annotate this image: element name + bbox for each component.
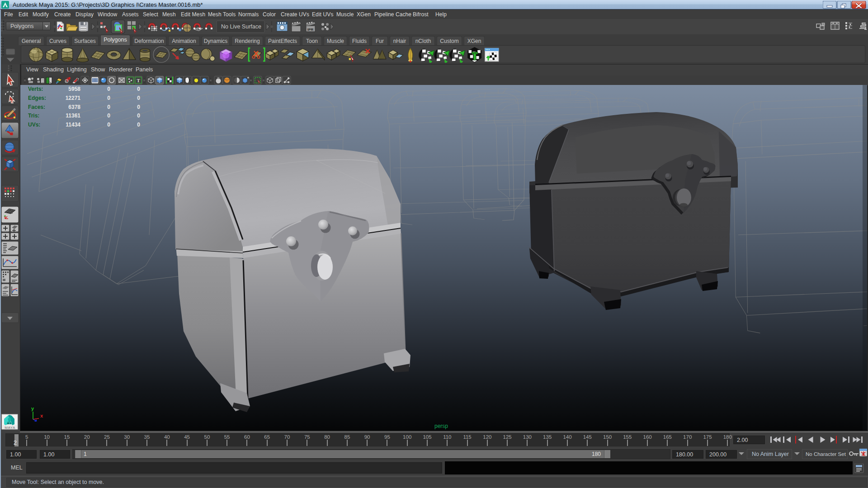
svg-text:IPR: IPR (307, 28, 314, 32)
svg-text:No Live Surface: No Live Surface (221, 23, 261, 30)
svg-text:persp: persp (434, 423, 448, 429)
svg-text:T: T (137, 78, 140, 83)
svg-text:y: y (31, 406, 34, 411)
svg-text:MAYA: MAYA (5, 426, 15, 430)
svg-text:x: x (40, 413, 43, 418)
